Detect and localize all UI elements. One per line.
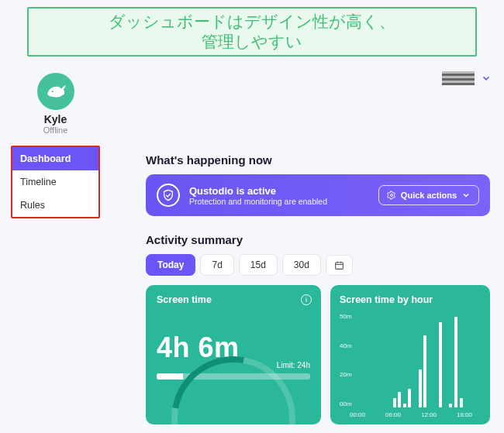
info-icon[interactable]: i — [301, 294, 312, 305]
account-name-obscured — [442, 71, 475, 85]
section-activity-title: Activity summary — [146, 233, 490, 246]
avatar — [37, 73, 74, 110]
account-menu[interactable] — [442, 71, 492, 85]
quick-actions-button[interactable]: Quick actions — [378, 185, 479, 205]
svg-point-0 — [51, 91, 53, 92]
quick-actions-label: Quick actions — [401, 191, 457, 200]
sidebar-item-dashboard[interactable]: Dashboard — [12, 147, 98, 170]
annotation-line2: 管理しやすい — [202, 32, 302, 52]
chevron-down-icon — [461, 191, 471, 200]
status-card: Qustodio is active Protection and monito… — [146, 174, 490, 216]
app-viewport: Kyle Offline Dashboard Timeline Rules Wh… — [0, 70, 504, 433]
tile-row: Screen time i 4h 6m Limit: 24h Screen ti… — [146, 285, 490, 424]
filter-15d[interactable]: 15d — [239, 254, 278, 276]
chevron-down-icon — [481, 73, 492, 84]
sidebar-item-timeline[interactable]: Timeline — [12, 170, 98, 194]
main-content: What's happening now Qustodio is active … — [146, 153, 490, 424]
sidebar-item-rules[interactable]: Rules — [12, 194, 98, 217]
chart-y-axis: 50m40m20m00m — [340, 313, 358, 407]
status-text: Qustodio is active Protection and monito… — [189, 185, 369, 206]
screen-time-progress-fill — [157, 373, 183, 380]
gear-icon — [387, 191, 396, 200]
calendar-icon — [334, 260, 344, 270]
section-happening-title: What's happening now — [146, 153, 490, 167]
tile-screen-time-by-hour[interactable]: Screen time by hour 50m40m20m00m 00:0006… — [330, 285, 490, 424]
sidebar-nav: Dashboard Timeline Rules — [11, 146, 100, 218]
profile-name: Kyle — [44, 113, 67, 125]
sidebar: Kyle Offline Dashboard Timeline Rules — [11, 70, 100, 218]
svg-rect-2 — [336, 262, 343, 269]
filter-30d[interactable]: 30d — [282, 254, 321, 276]
annotation-line1: ダッシュボードはデザイン性が高く、 — [109, 12, 395, 32]
status-subtitle: Protection and monitoring are enabled — [189, 197, 369, 206]
svg-point-1 — [390, 194, 392, 197]
chart-bars — [361, 313, 484, 407]
whale-icon — [43, 78, 69, 105]
profile-block[interactable]: Kyle Offline — [11, 70, 100, 135]
filter-calendar[interactable] — [326, 255, 353, 276]
time-filter-group: Today 7d 15d 30d — [146, 254, 490, 276]
tile-screen-time[interactable]: Screen time i 4h 6m Limit: 24h — [146, 285, 321, 424]
profile-status: Offline — [43, 125, 68, 135]
tutorial-annotation: ダッシュボードはデザイン性が高く、 管理しやすい — [27, 7, 477, 57]
shield-icon — [157, 184, 180, 207]
screen-time-limit: Limit: 24h — [277, 361, 310, 369]
status-title: Qustodio is active — [189, 185, 369, 197]
tile-screen-time-title: Screen time — [157, 294, 310, 305]
filter-today[interactable]: Today — [146, 254, 195, 276]
tile-hour-title: Screen time by hour — [340, 294, 481, 305]
hour-chart: 50m40m20m00m — [340, 313, 484, 407]
chart-x-axis: 00:0006:0012:0018:00 — [340, 411, 482, 418]
filter-7d[interactable]: 7d — [200, 254, 233, 276]
